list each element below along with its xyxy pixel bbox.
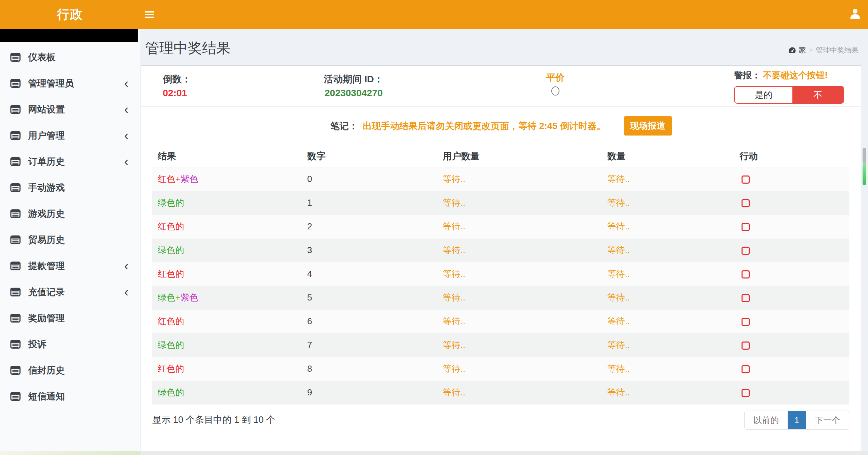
no-button[interactable]: 不	[792, 87, 844, 103]
sidebar-item-complaints[interactable]: 投诉	[0, 331, 140, 357]
list-icon	[10, 339, 21, 349]
pending-text: 等待..	[607, 316, 630, 326]
dashboard-icon	[788, 47, 796, 54]
table-footer: 显示 10 个条目中的 1 到 10 个 以前的 1 下一个	[152, 411, 849, 434]
table-row: 红色的8等待..等待..	[152, 357, 849, 381]
result-cell: 红色的	[152, 310, 302, 333]
number-cell: 9	[302, 381, 437, 405]
user-count-cell: 等待..	[437, 310, 602, 333]
pagination-next[interactable]: 下一个	[806, 411, 849, 429]
amount-cell: 等待..	[602, 167, 734, 191]
sidebar-item-withdrawal-management[interactable]: 提款管理‹	[0, 253, 140, 279]
sidebar-item-manual-game[interactable]: 手动游戏	[0, 174, 140, 201]
result-text: +	[175, 292, 180, 303]
amount-cell: 等待..	[602, 310, 734, 333]
result-cell: 红色的	[152, 215, 302, 239]
countdown-block: 倒数： 02:01	[163, 73, 191, 99]
sidebar-item-user-management[interactable]: 用户管理‹	[0, 122, 140, 148]
user-icon[interactable]	[848, 7, 863, 22]
action-checkbox[interactable]	[742, 294, 750, 302]
period-id-block: 活动期间 ID： 20230304270	[324, 73, 383, 99]
pending-text: 等待..	[607, 245, 630, 255]
breadcrumb-home[interactable]: 家	[788, 45, 806, 55]
sidebar-item-game-history[interactable]: 游戏历史	[0, 201, 140, 227]
action-checkbox[interactable]	[742, 389, 750, 397]
action-cell	[734, 357, 849, 381]
amount-cell: 等待..	[602, 191, 734, 215]
list-icon	[10, 79, 21, 88]
vertical-scrollbar-highlight[interactable]	[863, 164, 866, 185]
sidebar-item-dashboard[interactable]: 仪表板	[0, 44, 140, 70]
number-cell: 4	[302, 262, 437, 286]
action-checkbox[interactable]	[742, 199, 750, 207]
pending-text: 等待..	[607, 292, 630, 303]
sidebar-item-envelope-history[interactable]: 信封历史	[0, 357, 140, 383]
vertical-scrollbar-thumb[interactable]	[863, 148, 866, 164]
sidebar-item-sms-notification[interactable]: 短信通知	[0, 383, 140, 409]
action-cell	[734, 191, 849, 215]
note-text: 出现手动结果后请勿关闭或更改页面，等待 2:45 倒计时器。	[362, 120, 606, 132]
result-cell: 绿色的	[152, 239, 302, 262]
pending-text: 等待..	[443, 174, 465, 184]
result-cell: 红色的	[152, 357, 302, 381]
action-checkbox[interactable]	[742, 270, 750, 278]
pending-text: 等待..	[607, 387, 630, 397]
column-header: 行动	[734, 145, 849, 167]
sidebar-item-admin-management[interactable]: 管理管理员‹	[0, 70, 140, 96]
yes-button[interactable]: 是的	[735, 87, 792, 103]
action-checkbox[interactable]	[742, 247, 750, 255]
table-row: 红色的6等待..等待..	[152, 310, 849, 333]
vertical-scrollbar[interactable]	[863, 148, 866, 185]
info-row: 倒数： 02:01 活动期间 ID： 20230304270 平价 警报： 不要…	[141, 66, 861, 107]
list-icon	[10, 235, 21, 245]
list-icon	[10, 313, 21, 323]
sidebar-item-trade-history[interactable]: 贸易历史	[0, 227, 140, 253]
hamburger-menu-icon[interactable]	[145, 9, 155, 20]
action-checkbox[interactable]	[742, 342, 750, 350]
user-count-cell: 等待..	[437, 333, 602, 357]
pending-text: 等待..	[607, 269, 630, 279]
result-text: 红色的	[158, 364, 184, 374]
sidebar-item-label: 用户管理	[28, 129, 65, 142]
pending-text: 等待..	[443, 245, 465, 255]
action-checkbox[interactable]	[742, 175, 750, 184]
alert-label: 警报：	[734, 70, 761, 80]
sidebar-item-recharge-records[interactable]: 充值记录‹	[0, 279, 140, 305]
result-cell: 红色的	[152, 262, 302, 286]
amount-cell: 等待..	[602, 215, 734, 239]
list-icon	[10, 366, 21, 375]
results-table: 结果数字用户数量数量行动 红色+紫色0等待..等待..绿色的1等待..等待..红…	[152, 145, 849, 405]
amount-cell: 等待..	[602, 286, 734, 310]
pagination-page-1[interactable]: 1	[788, 411, 806, 429]
live-report-button[interactable]: 现场报道	[624, 116, 672, 136]
countdown-label: 倒数：	[163, 73, 191, 86]
sidebar-item-site-settings[interactable]: 网站设置‹	[0, 96, 140, 122]
action-cell	[734, 310, 849, 333]
pagination-previous[interactable]: 以前的	[745, 411, 788, 429]
sidebar-item-label: 手动游戏	[28, 182, 65, 194]
action-checkbox[interactable]	[742, 223, 750, 231]
sidebar-item-label: 管理管理员	[28, 77, 74, 89]
sidebar-item-reward-management[interactable]: 奖励管理	[0, 305, 140, 331]
sidebar-item-order-history[interactable]: 订单历史‹	[0, 148, 140, 174]
action-cell	[734, 333, 849, 357]
action-cell	[734, 262, 849, 286]
note-label: 笔记：	[330, 120, 358, 132]
number-cell: 0	[302, 167, 437, 191]
sidebar-item-label: 短信通知	[28, 390, 65, 402]
panel-bottom-divider	[152, 448, 861, 448]
amount-cell: 等待..	[602, 357, 734, 381]
breadcrumb-current: 管理中奖结果	[816, 45, 859, 55]
horizontal-scrollbar[interactable]	[0, 451, 868, 455]
horizontal-scrollbar-thumb[interactable]	[0, 451, 140, 455]
action-checkbox[interactable]	[742, 318, 750, 326]
parity-radio[interactable]	[551, 86, 559, 96]
list-icon	[10, 183, 21, 192]
result-text: 红色的	[158, 316, 184, 326]
action-checkbox[interactable]	[742, 365, 750, 373]
result-cell: 红色+紫色	[152, 167, 302, 191]
list-icon	[10, 392, 21, 401]
alert-block: 警报： 不要碰这个按钮! 是的 不	[734, 69, 851, 104]
sidebar-item-label: 订单历史	[28, 156, 65, 168]
pending-text: 等待..	[443, 221, 465, 231]
